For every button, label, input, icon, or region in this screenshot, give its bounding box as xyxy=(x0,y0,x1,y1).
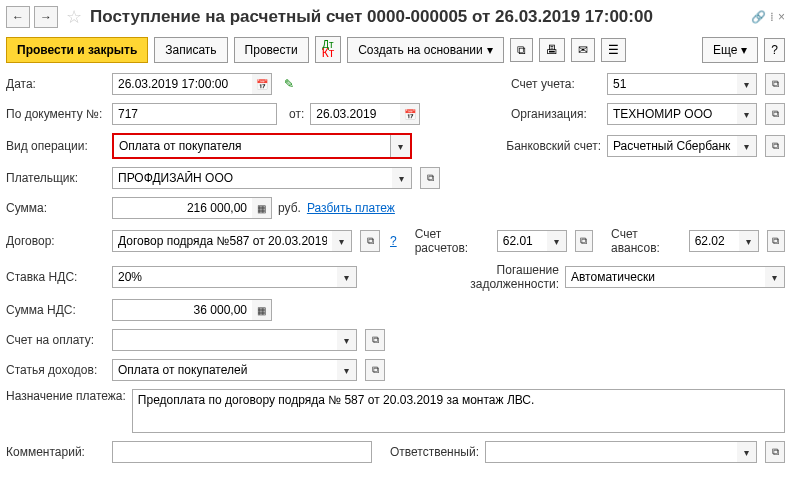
payer-label: Плательщик: xyxy=(6,171,106,185)
create-based-button[interactable]: Создать на основании ▾ xyxy=(347,37,504,63)
sum-label: Сумма: xyxy=(6,201,106,215)
dropdown-icon[interactable]: ▾ xyxy=(337,266,357,288)
account-label: Счет учета: xyxy=(511,77,601,91)
more-button[interactable]: Еще ▾ xyxy=(702,37,758,63)
bankacc-field[interactable] xyxy=(607,135,737,157)
from-label: от: xyxy=(289,107,304,121)
purpose-field[interactable] xyxy=(132,389,785,433)
open-button[interactable]: ⧉ xyxy=(360,230,380,252)
docnum-label: По документу №: xyxy=(6,107,106,121)
dropdown-icon[interactable]: ▾ xyxy=(337,329,357,351)
forward-button[interactable]: → xyxy=(34,6,58,28)
advacc-label: Счет авансов: xyxy=(611,227,683,255)
bankacc-label: Банковский счет: xyxy=(506,139,601,153)
contract-label: Договор: xyxy=(6,234,106,248)
copy-button[interactable]: ⧉ xyxy=(510,38,533,62)
close-icon[interactable]: × xyxy=(778,10,785,24)
optype-field[interactable] xyxy=(114,135,390,157)
dropdown-icon[interactable]: ▾ xyxy=(390,135,410,157)
calc-icon[interactable]: ▦ xyxy=(252,197,272,219)
create-based-label: Создать на основании xyxy=(358,43,483,57)
more-label: Еще xyxy=(713,43,737,57)
date-field[interactable] xyxy=(112,73,252,95)
calcacc-field[interactable] xyxy=(497,230,547,252)
open-button[interactable]: ⧉ xyxy=(365,329,385,351)
vatrate-field[interactable] xyxy=(112,266,337,288)
docdate-field[interactable] xyxy=(310,103,400,125)
open-button[interactable]: ⧉ xyxy=(365,359,385,381)
status-icon: ✎ xyxy=(284,77,294,91)
chevron-down-icon: ▾ xyxy=(741,43,747,57)
open-button[interactable]: ⧉ xyxy=(765,103,785,125)
post-button[interactable]: Провести xyxy=(234,37,309,63)
payer-field[interactable] xyxy=(112,167,392,189)
dropdown-icon[interactable]: ▾ xyxy=(739,230,759,252)
post-and-close-button[interactable]: Провести и закрыть xyxy=(6,37,148,63)
invoice-field[interactable] xyxy=(112,329,337,351)
calendar-icon[interactable]: 📅 xyxy=(400,103,420,125)
sum-field[interactable] xyxy=(112,197,252,219)
account-field[interactable] xyxy=(607,73,737,95)
currency-label: руб. xyxy=(278,201,301,215)
split-payment-link[interactable]: Разбить платеж xyxy=(307,201,395,215)
purpose-label: Назначение платежа: xyxy=(6,389,126,403)
vatsum-field[interactable] xyxy=(112,299,252,321)
dropdown-icon[interactable]: ▾ xyxy=(392,167,412,189)
vatrate-label: Ставка НДС: xyxy=(6,270,106,284)
optype-label: Вид операции: xyxy=(6,139,106,153)
calc-icon[interactable]: ▦ xyxy=(252,299,272,321)
save-button[interactable]: Записать xyxy=(154,37,227,63)
open-button[interactable]: ⧉ xyxy=(767,230,785,252)
open-button[interactable]: ⧉ xyxy=(575,230,593,252)
help-icon[interactable]: ? xyxy=(390,234,397,248)
dropdown-icon[interactable]: ▾ xyxy=(737,441,757,463)
open-button[interactable]: ⧉ xyxy=(765,135,785,157)
dropdown-icon[interactable]: ▾ xyxy=(737,135,757,157)
dropdown-icon[interactable]: ▾ xyxy=(547,230,567,252)
attach-icon[interactable]: ⁞ xyxy=(770,10,774,24)
back-button[interactable]: ← xyxy=(6,6,30,28)
docnum-field[interactable] xyxy=(112,103,277,125)
open-button[interactable]: ⧉ xyxy=(765,73,785,95)
page-title: Поступление на расчетный счет 0000-00000… xyxy=(90,7,747,27)
calendar-icon[interactable]: 📅 xyxy=(252,73,272,95)
dropdown-icon[interactable]: ▾ xyxy=(332,230,352,252)
open-button[interactable]: ⧉ xyxy=(765,441,785,463)
dropdown-icon[interactable]: ▾ xyxy=(337,359,357,381)
date-label: Дата: xyxy=(6,77,106,91)
print-button[interactable]: 🖶 xyxy=(539,38,565,62)
comment-field[interactable] xyxy=(112,441,372,463)
mail-button[interactable]: ✉ xyxy=(571,38,595,62)
favorite-icon[interactable]: ☆ xyxy=(66,6,82,28)
org-field[interactable] xyxy=(607,103,737,125)
vatsum-label: Сумма НДС: xyxy=(6,303,106,317)
open-button[interactable]: ⧉ xyxy=(420,167,440,189)
income-field[interactable] xyxy=(112,359,337,381)
dt-kt-button[interactable]: ДтКт xyxy=(315,36,342,63)
responsible-label: Ответственный: xyxy=(390,445,479,459)
chevron-down-icon: ▾ xyxy=(487,43,493,57)
dropdown-icon[interactable]: ▾ xyxy=(765,266,785,288)
calcacc-label: Счет расчетов: xyxy=(415,227,491,255)
list-button[interactable]: ☰ xyxy=(601,38,626,62)
dropdown-icon[interactable]: ▾ xyxy=(737,103,757,125)
debtrepay-field[interactable] xyxy=(565,266,765,288)
comment-label: Комментарий: xyxy=(6,445,106,459)
debtrepay-label: Погашение задолженности: xyxy=(459,263,559,291)
dropdown-icon[interactable]: ▾ xyxy=(737,73,757,95)
link-icon[interactable]: 🔗 xyxy=(751,10,766,24)
contract-field[interactable] xyxy=(112,230,332,252)
responsible-field[interactable] xyxy=(485,441,737,463)
org-label: Организация: xyxy=(511,107,601,121)
income-label: Статья доходов: xyxy=(6,363,106,377)
advacc-field[interactable] xyxy=(689,230,739,252)
invoice-label: Счет на оплату: xyxy=(6,333,106,347)
help-button[interactable]: ? xyxy=(764,38,785,62)
